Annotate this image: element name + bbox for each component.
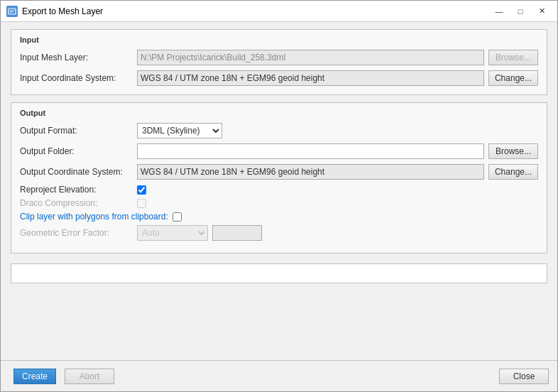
- input-coord-label: Input Coordinate System:: [20, 73, 137, 83]
- clip-label[interactable]: Clip layer with polygons from clipboard:: [20, 212, 168, 222]
- geo-error-label: Geometric Error Factor:: [20, 228, 137, 238]
- geo-error-value-input[interactable]: [212, 225, 262, 241]
- maximize-button[interactable]: □: [510, 4, 530, 19]
- output-browse-button[interactable]: Browse...: [488, 143, 538, 159]
- window-title: Export to Mesh Layer: [22, 6, 489, 16]
- clip-checkbox[interactable]: [173, 212, 182, 222]
- window-controls: — □ ✕: [489, 4, 552, 19]
- geo-error-row: Geometric Error Factor: Auto: [20, 225, 538, 241]
- input-coord-change-button[interactable]: Change...: [488, 70, 538, 86]
- svg-rect-0: [9, 9, 16, 14]
- output-section: Output Output Format: 3DML (Skyline) OBJ…: [11, 102, 547, 254]
- mesh-layer-input[interactable]: [137, 50, 484, 65]
- minimize-button[interactable]: —: [489, 4, 509, 19]
- reproject-row: Reproject Elevation:: [20, 185, 538, 195]
- output-section-label: Output: [20, 109, 538, 117]
- reproject-label: Reproject Elevation:: [20, 185, 137, 195]
- draco-label: Draco Compression:: [20, 198, 137, 208]
- output-coord-label: Output Coordinate System:: [20, 167, 137, 177]
- draco-checkbox[interactable]: [137, 199, 146, 208]
- footer: Create Abort Close: [1, 360, 557, 391]
- draco-row: Draco Compression:: [20, 198, 538, 208]
- output-format-row: Output Format: 3DML (Skyline) OBJ FBX GL…: [20, 123, 538, 138]
- output-coord-change-button[interactable]: Change...: [488, 164, 538, 180]
- output-folder-label: Output Folder:: [20, 146, 137, 156]
- input-section: Input Input Mesh Layer: Browse... Input …: [11, 29, 547, 95]
- mesh-layer-label: Input Mesh Layer:: [20, 53, 137, 62]
- clip-row: Clip layer with polygons from clipboard:: [20, 212, 538, 222]
- reproject-checkbox[interactable]: [137, 185, 146, 195]
- input-coord-row: Input Coordinate System: Change...: [20, 70, 538, 86]
- main-window: Export to Mesh Layer — □ ✕ Input Input M…: [0, 0, 558, 392]
- abort-button[interactable]: Abort: [65, 369, 114, 384]
- output-folder-input[interactable]: [137, 143, 484, 159]
- close-button[interactable]: Close: [499, 369, 549, 384]
- progress-area: [11, 263, 547, 283]
- geo-error-select[interactable]: Auto: [137, 225, 208, 241]
- close-window-button[interactable]: ✕: [532, 4, 552, 19]
- titlebar: Export to Mesh Layer — □ ✕: [1, 1, 557, 22]
- mesh-layer-row: Input Mesh Layer: Browse...: [20, 50, 538, 65]
- main-content: Input Input Mesh Layer: Browse... Input …: [1, 22, 557, 360]
- output-format-label: Output Format:: [20, 126, 137, 136]
- mesh-browse-button[interactable]: Browse...: [488, 50, 538, 65]
- output-coord-input[interactable]: [137, 164, 484, 180]
- input-section-label: Input: [20, 36, 538, 44]
- output-folder-row: Output Folder: Browse...: [20, 143, 538, 159]
- input-coord-input[interactable]: [137, 70, 484, 86]
- create-button[interactable]: Create: [13, 369, 56, 384]
- output-format-select[interactable]: 3DML (Skyline) OBJ FBX GLTF: [137, 123, 222, 138]
- output-coord-row: Output Coordinate System: Change...: [20, 164, 538, 180]
- window-icon: [6, 6, 18, 17]
